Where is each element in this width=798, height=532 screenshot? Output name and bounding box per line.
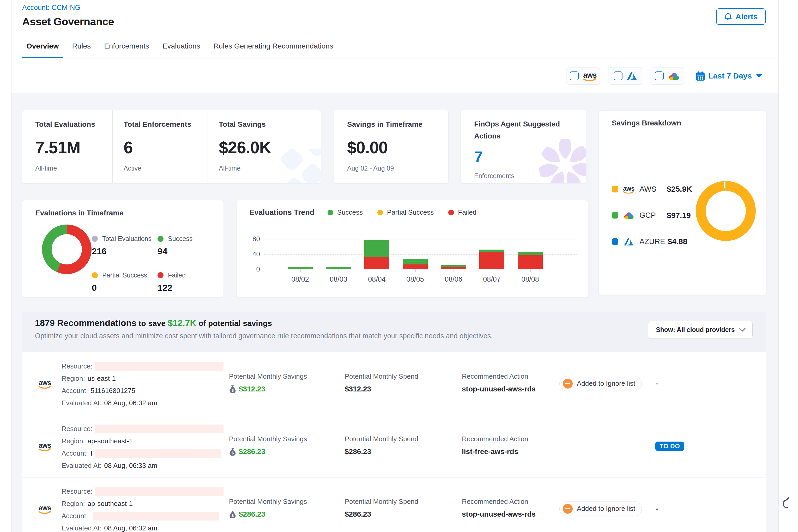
evaluations-legend-item: Total Evaluations216 — [92, 235, 157, 256]
date-range-picker[interactable]: Last 7 Days — [696, 72, 762, 81]
money-bag-icon — [229, 510, 236, 518]
x-axis-tick — [530, 269, 531, 272]
provider-cell — [38, 415, 51, 477]
tab[interactable]: Evaluations — [160, 34, 203, 58]
gcp-color-dot — [612, 212, 618, 218]
bar-segment-failed — [441, 267, 466, 269]
calendar-icon — [696, 72, 705, 81]
page-title: Asset Governance — [22, 16, 114, 28]
legend-label: AWS — [640, 185, 664, 193]
resource-details-cell: Resource: Region:ap-southeast-1 Account:… — [61, 423, 224, 472]
region-value: ap-southeast-1 — [88, 437, 133, 445]
legend-dot — [327, 210, 333, 215]
bar-segment-success — [403, 259, 428, 264]
spend-value: $286.23 — [345, 448, 371, 456]
trend-bar-chart: 0408008/0208/0308/0408/0508/0608/0708/08 — [264, 229, 577, 269]
azure-checkbox[interactable] — [614, 72, 623, 80]
resource-details-cell: Resource: Region:us-east-1 Account:51161… — [61, 360, 224, 409]
evaluations-legend-item: Failed122 — [157, 271, 217, 293]
recommendations-list: Resource: Region:us-east-1 Account:51161… — [22, 352, 766, 532]
savings-breakdown-donut-chart — [696, 181, 756, 241]
recommendation-row[interactable]: Resource: Region:ap-southeast-1 Account:… — [22, 477, 766, 532]
action-value: list-free-aws-rds — [462, 448, 518, 456]
decorative-flower — [534, 134, 586, 184]
evaluations-legend: Total Evaluations216Success94Partial Suc… — [92, 235, 220, 293]
added-to-ignore-list-pill[interactable]: Added to Ignore list — [559, 501, 642, 516]
stat-total-savings: Total Savings $26.0K All-time — [208, 110, 321, 183]
recommendations-subtitle: Optimize your cloud assets and minimize … — [35, 332, 493, 340]
overview-content: Total Evaluations 7.51M All-time Total E… — [12, 93, 778, 532]
aws-logo-icon — [38, 504, 51, 514]
help-widget-icon[interactable] — [782, 497, 790, 509]
asset-governance-page: Account: CCM-NG Asset Governance Alerts … — [0, 0, 798, 532]
provider-cell — [38, 352, 51, 415]
legend-label: Total Evaluations — [102, 235, 152, 243]
provider-filter-aws[interactable] — [566, 68, 600, 84]
trend-legend-item: Success — [327, 208, 363, 216]
caret-down-icon — [756, 74, 762, 78]
gcp-logo-icon — [623, 211, 634, 220]
stat-value: 6 — [124, 138, 208, 157]
evaluated-at-value: 08 Aug, 06:32 am — [104, 399, 157, 407]
trend-bar-08/04 — [364, 240, 390, 269]
legend-label: Failed — [168, 271, 186, 279]
x-axis-label: 08/08 — [521, 276, 539, 283]
gcp-checkbox[interactable] — [655, 72, 664, 80]
aws-checkbox[interactable] — [570, 72, 579, 80]
tab[interactable]: Rules — [70, 34, 93, 58]
x-axis-tick — [454, 269, 454, 272]
evaluations-in-timeframe-title: Evaluations in Timeframe — [35, 209, 224, 217]
trend-bar-08/02 — [288, 267, 313, 269]
action-value: stop-unused-aws-rds — [462, 510, 536, 518]
redacted-account-value — [93, 512, 219, 520]
region-value: us-east-1 — [88, 375, 116, 383]
account-breadcrumb-link[interactable]: Account: CCM-NG — [22, 4, 81, 12]
account-value: 511616801275 — [91, 387, 135, 395]
added-to-ignore-list-pill[interactable]: Added to Ignore list — [559, 376, 642, 391]
evaluated-at-value: 08 Aug, 06:32 am — [104, 524, 157, 532]
minus-circle-icon — [563, 504, 573, 514]
spend-value: $312.23 — [345, 385, 371, 393]
decorative-watermark — [278, 149, 321, 184]
evaluations-donut-chart — [42, 225, 92, 274]
savings-in-timeframe-card: Savings in Timeframe $0.00 Aug 02 - Aug … — [334, 110, 449, 184]
evaluations-legend-item: Success94 — [157, 235, 217, 256]
legend-dot — [448, 210, 454, 215]
savings-value: $286.23 — [239, 510, 265, 518]
cloud-provider-filter-dropdown[interactable]: Show: All cloud providers — [648, 321, 753, 339]
tab[interactable]: Enforcements — [102, 34, 152, 58]
app-right-border — [778, 0, 779, 532]
empty-status-dash: - — [656, 379, 658, 388]
tab[interactable]: Rules Generating Recommendations — [211, 34, 336, 58]
gridline — [264, 239, 577, 240]
tab[interactable]: Overview — [24, 34, 61, 58]
azure-color-dot — [612, 239, 618, 245]
app-left-border — [11, 0, 12, 532]
trend-legend: SuccessPartial SuccessFailed — [327, 208, 491, 216]
redacted-resource-value — [95, 487, 224, 496]
action-value: stop-unused-aws-rds — [462, 385, 536, 393]
legend-dot — [92, 236, 98, 242]
savings-breakdown-legend: AWS $25.9K GCP $97.19 AZURE $4.88 — [612, 185, 692, 246]
provider-cell — [38, 477, 51, 532]
savings-value: $312.23 — [239, 385, 265, 393]
alerts-button[interactable]: Alerts — [716, 8, 766, 25]
provider-filter-gcp[interactable] — [650, 68, 684, 84]
recommendation-row[interactable]: Resource: Region:ap-southeast-1 Account:… — [22, 415, 766, 477]
x-axis-label: 08/02 — [291, 276, 309, 283]
alerts-button-label: Alerts — [736, 12, 758, 21]
bar-segment-success — [364, 240, 390, 257]
legend-dot — [92, 272, 98, 278]
stat-total-enforcements: Total Enforcements 6 Active — [112, 110, 208, 183]
provider-filter-azure[interactable] — [608, 68, 642, 84]
legend-value: $25.9K — [667, 185, 692, 193]
recommendation-row[interactable]: Resource: Region:us-east-1 Account:51161… — [22, 352, 766, 415]
todo-status-badge: TO DO — [656, 441, 684, 451]
bar-segment-success — [479, 250, 505, 252]
money-bag-icon — [229, 448, 236, 456]
x-axis-label: 08/06 — [445, 276, 462, 283]
legend-item-aws: AWS $25.9K — [612, 185, 692, 193]
redacted-account-value — [95, 449, 221, 458]
redacted-resource-value — [95, 424, 224, 433]
bar-segment-failed — [479, 252, 505, 269]
